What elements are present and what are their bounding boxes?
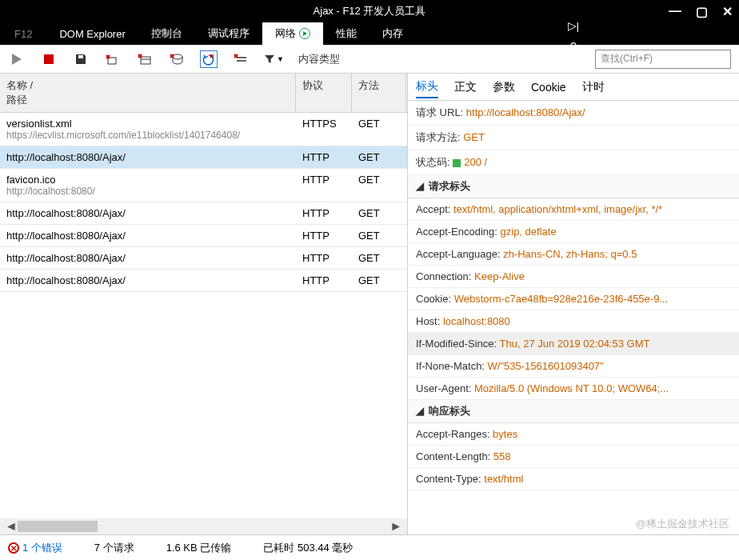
menu-tab-2[interactable]: 调试程序 — [195, 22, 262, 45]
table-row[interactable]: http://localhost:8080/Ajax/HTTPGET — [0, 202, 407, 225]
requests-status: 7 个请求 — [94, 541, 134, 555]
table-row[interactable]: http://localhost:8080/Ajax/HTTPGET — [0, 270, 407, 292]
f12-label[interactable]: F12 — [0, 28, 46, 40]
table-row[interactable]: http://localhost:8080/Ajax/HTTPGET — [0, 146, 407, 169]
col-name[interactable]: 名称 /路径 — [0, 74, 296, 112]
header-row[interactable]: Cookie: Webstorm-c7ae48fb=928e216e-23f6-… — [408, 288, 739, 310]
menu-tab-3[interactable]: 网络 — [262, 22, 323, 45]
header-row[interactable]: Accept: text/html, application/xhtml+xml… — [408, 198, 739, 221]
clear-cache-icon[interactable] — [168, 50, 186, 68]
scroll-thumb[interactable] — [18, 521, 98, 532]
close-icon[interactable]: ✕ — [722, 4, 733, 19]
header-row[interactable]: Host: localhost:8080 — [408, 310, 739, 333]
statusbar: ✕1 个错误 7 个请求 1.6 KB 已传输 已耗时 503.44 毫秒 — [0, 534, 739, 560]
clear-cookies-icon[interactable] — [232, 50, 250, 68]
col-protocol[interactable]: 协议 — [296, 74, 352, 112]
clear-entries-icon[interactable] — [136, 50, 154, 68]
details-panel: 标头正文参数Cookie计时 请求 URL: http://localhost:… — [408, 74, 739, 534]
horizontal-scrollbar[interactable]: ◄ ► — [0, 518, 407, 534]
detail-tab-4[interactable]: 计时 — [582, 77, 605, 98]
filter-icon[interactable]: ▼ — [264, 50, 284, 68]
window-controls: — ▢ ✕ — [669, 4, 733, 19]
table-row[interactable]: favicon.icohttp://localhost:8080/HTTPGET — [0, 169, 407, 202]
header-row[interactable]: Accept-Ranges: bytes — [408, 423, 739, 446]
header-row[interactable]: Connection: Keep-Alive — [408, 266, 739, 288]
content-type-label[interactable]: 内容类型 — [298, 52, 340, 66]
svg-rect-3 — [571, 67, 576, 72]
titlebar: Ajax - F12 开发人员工具 — ▢ ✕ — [0, 0, 739, 22]
table-row[interactable]: http://localhost:8080/Ajax/HTTPGET — [0, 225, 407, 247]
save-icon[interactable] — [72, 50, 90, 68]
header-row[interactable]: If-Modified-Since: Thu, 27 Jun 2019 02:0… — [408, 333, 739, 355]
response-headers-section[interactable]: ◢响应标头 — [408, 400, 739, 423]
scroll-right-icon[interactable]: ► — [389, 519, 402, 534]
menubar: F12 DOM Explorer控制台调试程序网络性能内存 ▼ 11 ▷| ? — [0, 22, 739, 45]
col-method[interactable]: 方法 — [352, 74, 406, 112]
request-headers-section[interactable]: ◢请求标头 — [408, 175, 739, 198]
header-row[interactable]: User-Agent: Mozilla/5.0 (Windows NT 10.0… — [408, 378, 739, 400]
svg-rect-8 — [141, 57, 150, 64]
header-row[interactable]: Accept-Encoding: gzip, deflate — [408, 221, 739, 243]
detail-tab-2[interactable]: 参数 — [493, 77, 515, 98]
menu-tab-5[interactable]: 内存 — [370, 22, 416, 45]
record-icon — [299, 28, 310, 39]
header-row[interactable]: Content-Length: 558 — [408, 446, 739, 468]
svg-rect-2 — [565, 61, 569, 66]
window-title: Ajax - F12 开发人员工具 — [314, 4, 426, 18]
request-method: 请求方法: GET — [408, 126, 739, 150]
svg-rect-6 — [78, 55, 83, 58]
clear-session-icon[interactable] — [104, 50, 122, 68]
stop-button[interactable] — [40, 50, 58, 68]
svg-point-10 — [173, 54, 182, 59]
detail-tab-0[interactable]: 标头 — [416, 76, 438, 98]
transferred-status: 1.6 KB 已传输 — [166, 541, 232, 555]
request-url: 请求 URL: http://localhost:8080/Ajax/ — [408, 101, 739, 126]
detail-tab-3[interactable]: Cookie — [531, 78, 566, 97]
errors-status[interactable]: ✕1 个错误 — [8, 541, 62, 555]
menu-tab-1[interactable]: 控制台 — [138, 22, 195, 45]
header-row[interactable]: Content-Type: text/html — [408, 468, 739, 490]
elapsed-status: 已耗时 503.44 毫秒 — [263, 541, 353, 555]
pin-icon[interactable] — [565, 61, 582, 72]
menu-tab-4[interactable]: 性能 — [323, 22, 370, 45]
minimize-icon[interactable]: — — [669, 4, 681, 19]
help-icon[interactable]: ? — [565, 40, 582, 53]
scroll-left-icon[interactable]: ◄ — [5, 519, 18, 534]
maximize-icon[interactable]: ▢ — [696, 4, 708, 19]
status-code: 状态码: 200 / — [408, 150, 739, 175]
header-row[interactable]: If-None-Match: W/"535-1561601093407" — [408, 355, 739, 378]
watermark: @稀土掘金技术社区 — [636, 517, 729, 531]
table-row[interactable]: versionlist.xmlhttps://iecvlist.microsof… — [0, 113, 407, 146]
network-grid: 名称 /路径 协议 方法 versionlist.xmlhttps://iecv… — [0, 74, 408, 534]
bypass-cache-icon[interactable] — [200, 50, 218, 68]
header-row[interactable]: Accept-Language: zh-Hans-CN, zh-Hans; q=… — [408, 243, 739, 266]
play-button[interactable] — [8, 50, 26, 68]
menu-tab-0[interactable]: DOM Explorer — [46, 22, 138, 45]
search-input[interactable]: 查找(Ctrl+F) — [595, 50, 731, 69]
detail-tab-1[interactable]: 正文 — [454, 77, 477, 98]
table-row[interactable]: http://localhost:8080/Ajax/HTTPGET — [0, 247, 407, 270]
